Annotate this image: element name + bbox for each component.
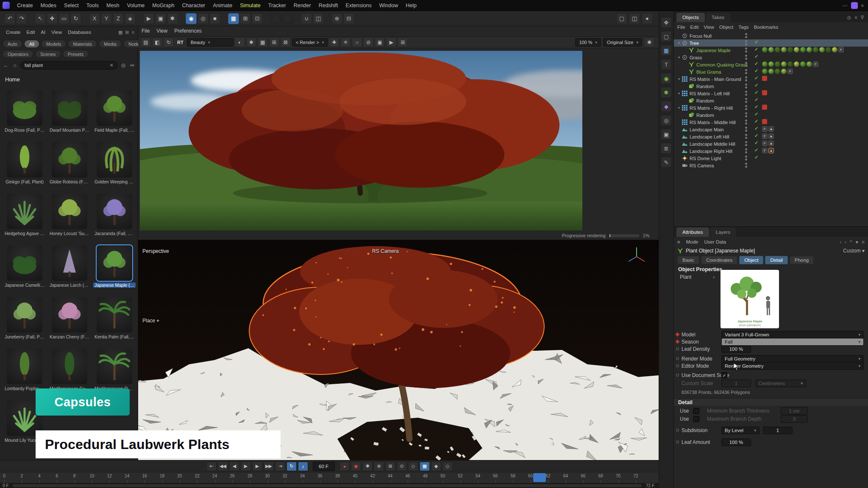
vp-after-icon-2[interactable]: ○	[352, 38, 362, 47]
visibility-dots[interactable]	[745, 155, 747, 161]
material-swatch[interactable]	[787, 47, 793, 53]
viewport-menu-file[interactable]: File	[142, 28, 150, 34]
key-interp-2-button[interactable]: ◇	[442, 462, 453, 471]
max-branch-depth-field[interactable]: 3	[781, 415, 808, 423]
asset-item-ginkgo-fall-plant[interactable]: Ginkgo (Fall, Plant)	[2, 141, 47, 192]
material-swatch[interactable]	[768, 61, 774, 67]
object-row-rs-matrix-main-ground[interactable]: ▾RS Matrix - Main Ground✓	[674, 75, 868, 83]
visibility-dots[interactable]	[745, 40, 747, 45]
visibility-dots[interactable]	[745, 112, 747, 117]
visibility-dots[interactable]	[745, 127, 747, 132]
min-branch-thickness-checkbox[interactable]	[693, 408, 699, 414]
category-tab-scenes[interactable]: Scenes	[35, 50, 61, 58]
vp-mid-icon-1[interactable]: ✱	[246, 38, 256, 47]
object-row-random[interactable]: Random✓	[674, 83, 868, 90]
tag-item[interactable]: ▲	[768, 148, 774, 153]
object-row-tree[interactable]: ▾Tree✓	[674, 39, 868, 47]
keyframe-circle-doc-scale[interactable]	[676, 374, 679, 377]
asset-item-japanese-larch-fall[interactable]: Japanese Larch (Fall,...	[47, 244, 92, 296]
material-swatch[interactable]	[787, 61, 793, 67]
material-swatch[interactable]	[781, 61, 787, 67]
plant-preview-thumbnail[interactable]: Japanese Maple (Acer palmatum)	[721, 270, 779, 328]
enabled-check-icon[interactable]: ✓	[754, 111, 758, 117]
axis-y-icon[interactable]: Y	[101, 13, 112, 24]
redshift-object-tag[interactable]	[762, 119, 767, 124]
om-menu-object[interactable]: Object	[719, 25, 733, 30]
render-picture-viewer-icon[interactable]: ▣	[155, 13, 166, 24]
gear-green-icon[interactable]: ✱	[661, 87, 672, 98]
expand-arrow-icon[interactable]: ▾	[676, 106, 682, 110]
enabled-check-icon[interactable]: ✓	[754, 83, 758, 88]
menu-render[interactable]: Render	[290, 0, 315, 11]
material-swatch[interactable]	[794, 61, 799, 67]
object-row-common-quaking-grass[interactable]: Common Quaking Grass✓F	[674, 61, 868, 68]
enabled-check-icon[interactable]: ✓	[754, 155, 758, 160]
settings-icon[interactable]: ≔	[129, 62, 136, 68]
redshift-object-tag[interactable]	[762, 76, 767, 81]
subdivision-dropdown[interactable]: By Level▾	[721, 427, 760, 434]
material-swatch[interactable]	[762, 61, 768, 67]
expand-arrow-icon[interactable]: ▾	[676, 92, 682, 95]
om-panel-icon-2[interactable]: ∇	[861, 15, 864, 20]
enabled-check-icon[interactable]: ✓	[754, 61, 758, 67]
menu-animate[interactable]: Animate	[209, 0, 236, 11]
tag-item[interactable]: ▲	[768, 133, 774, 139]
plant-expand-icon[interactable]: ›	[713, 274, 715, 280]
asset-item-hedgehog-agave-fall[interactable]: Hedgehog Agave (Fall...	[2, 192, 47, 244]
filter-icon[interactable]: ◎	[120, 62, 127, 68]
menu-mesh[interactable]: Mesh	[103, 0, 123, 11]
vp-after-icon-5[interactable]: ▶	[386, 38, 396, 47]
vp-icon-0[interactable]: ▤	[141, 38, 151, 47]
vp-after-icon-3[interactable]: ⊘	[363, 38, 373, 47]
record-tool-icon[interactable]: ⊕	[331, 13, 342, 24]
vp-mid-icon-3[interactable]: ⊞	[269, 38, 279, 47]
scale-tool-icon[interactable]: ▭	[58, 13, 70, 24]
axis-z-icon[interactable]: Z	[113, 13, 124, 24]
menu-tracker[interactable]: Tracker	[264, 0, 290, 11]
visibility-dots[interactable]	[745, 141, 747, 146]
layers-tool-icon[interactable]: ≣	[661, 143, 672, 154]
visibility-dots[interactable]	[745, 55, 747, 60]
season-dropdown[interactable]: Fall▾	[721, 338, 864, 346]
filter-tab-auto[interactable]: Auto	[3, 40, 22, 48]
render-view-icon[interactable]: ▶	[143, 13, 154, 24]
text-tool-icon[interactable]: T	[661, 59, 672, 70]
material-swatch[interactable]	[762, 47, 768, 53]
tag-item[interactable]: ▲	[768, 126, 774, 132]
object-row-rs-dome-light[interactable]: RS Dome Light✓	[674, 155, 868, 162]
object-row-japanese-maple[interactable]: Japanese Maple✓F	[674, 47, 868, 54]
subdivision-level-field[interactable]: 1	[763, 427, 793, 434]
material-swatch[interactable]	[794, 47, 799, 53]
range-end-field[interactable]: 72 F	[646, 483, 659, 488]
autokey-button[interactable]: ◉	[351, 462, 361, 471]
coord-system-icon[interactable]: ◈	[125, 13, 136, 24]
tag-item[interactable]: ▲	[768, 141, 774, 146]
object-row-rs-matrix-middle-hill[interactable]: RS Matrix - Middle Hill✓	[674, 119, 868, 126]
playhead[interactable]	[533, 473, 546, 482]
menu-volume[interactable]: Volume	[123, 0, 149, 11]
loop-playback-button[interactable]: ↻	[287, 462, 297, 471]
layout-monitor-icon[interactable]: ▢	[616, 13, 627, 24]
simulate-play-icon[interactable]: ◉	[186, 13, 197, 24]
record-params-button[interactable]: ◇	[408, 462, 418, 471]
purple-node-icon[interactable]: ◆	[661, 101, 672, 112]
tag-f[interactable]: F	[762, 148, 768, 153]
tab-layers[interactable]: Layers	[710, 227, 737, 237]
visibility-dots[interactable]	[745, 163, 747, 168]
workplane-icon[interactable]: ⊡	[252, 13, 263, 24]
asset-item-dwarf-mountain-pine[interactable]: Dwarf Mountain Pine (...	[47, 89, 92, 141]
menu-mograph[interactable]: MoGraph	[148, 0, 178, 11]
quantize-icon[interactable]: ⊞	[240, 13, 251, 24]
magnet-snap-icon[interactable]: ∪	[301, 13, 312, 24]
keyframe-circle-leaf-density[interactable]	[676, 347, 679, 350]
expand-arrow-icon[interactable]: ▾	[676, 41, 682, 45]
enabled-check-icon[interactable]: ✓	[754, 97, 758, 103]
custom-dropdown[interactable]: Custom ▾	[843, 248, 865, 254]
camera-label[interactable]: RS Camera	[372, 248, 399, 254]
object-row-random[interactable]: Random✓	[674, 111, 868, 119]
back-icon[interactable]: ←	[3, 62, 9, 68]
play-button[interactable]: ▶	[241, 462, 251, 471]
menu-tools[interactable]: Tools	[83, 0, 103, 11]
asset-menu-icon-1[interactable]: ⊞	[125, 30, 129, 35]
use-document-scale-checkbox[interactable]: ✓	[721, 372, 727, 378]
